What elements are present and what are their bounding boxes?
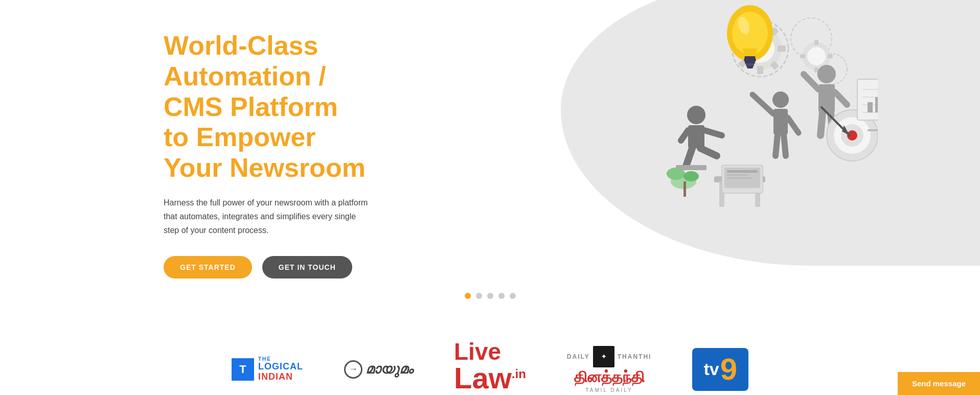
dot-2[interactable] bbox=[476, 293, 482, 299]
svg-rect-73 bbox=[727, 170, 758, 173]
svg-point-27 bbox=[732, 12, 768, 55]
send-message-button[interactable]: Send message bbox=[898, 372, 980, 395]
logical-indian-icon: T bbox=[232, 358, 254, 381]
svg-rect-57 bbox=[857, 79, 878, 120]
svg-rect-30 bbox=[747, 66, 753, 68]
manorama-text: മായുമം bbox=[366, 361, 413, 377]
svg-line-35 bbox=[835, 92, 847, 105]
logos-section: T THE LOGICAL INDIAN → മായുമം Live Law.i… bbox=[0, 309, 980, 395]
svg-rect-63 bbox=[875, 97, 878, 112]
hero-section: World-Class Automation / CMS Platform to… bbox=[0, 0, 980, 309]
svg-line-36 bbox=[821, 112, 823, 135]
logo-livelaw: Live Law.in ALL ABOUT LAW bbox=[454, 340, 526, 395]
svg-rect-15 bbox=[814, 40, 818, 45]
svg-line-43 bbox=[700, 148, 717, 156]
svg-point-45 bbox=[772, 91, 789, 108]
logical-indian-indian: INDIAN bbox=[258, 372, 303, 382]
svg-line-42 bbox=[686, 148, 692, 166]
svg-rect-17 bbox=[828, 54, 833, 58]
livelaw-law: Law.in bbox=[454, 363, 526, 393]
svg-point-77 bbox=[667, 168, 685, 180]
livelaw-live: Live bbox=[454, 340, 526, 363]
hero-illustration-svg bbox=[597, 5, 878, 225]
get-started-button[interactable]: GET STARTED bbox=[164, 256, 252, 278]
get-in-touch-button[interactable]: GET IN TOUCH bbox=[262, 256, 352, 278]
svg-rect-6 bbox=[757, 66, 763, 74]
logical-indian-text: THE LOGICAL INDIAN bbox=[258, 356, 303, 382]
dinamani-row: DAILY ✦ THANTHI bbox=[567, 346, 652, 367]
logical-indian-logical: LOGICAL bbox=[258, 362, 303, 372]
dinamani-icon-text: ✦ bbox=[601, 353, 606, 360]
tv9-tv-text: tv bbox=[703, 359, 719, 379]
dinamani-thanthi: THANTHI bbox=[618, 353, 652, 360]
svg-rect-7 bbox=[778, 45, 786, 52]
dinamani-icon-box: ✦ bbox=[593, 346, 614, 367]
logo-tv9: tv 9 bbox=[692, 348, 748, 391]
dinamani-daily: DAILY bbox=[567, 353, 590, 360]
svg-line-48 bbox=[788, 118, 799, 133]
logo-dinamani: DAILY ✦ THANTHI தினத்தந்தி TAMIL DAILY bbox=[567, 346, 652, 393]
tv9-nine-text: 9 bbox=[720, 354, 737, 385]
svg-line-50 bbox=[784, 134, 786, 156]
livelaw-container: Live Law.in ALL ABOUT LAW bbox=[454, 340, 526, 395]
manorama-arrow-icon: → bbox=[344, 360, 362, 379]
svg-line-49 bbox=[776, 134, 778, 156]
dinamani-name: தினத்தந்தி bbox=[574, 368, 645, 386]
tv9-container: tv 9 bbox=[692, 348, 748, 391]
hero-title: World-Class Automation / CMS Platform to… bbox=[164, 31, 368, 183]
svg-rect-79 bbox=[683, 181, 686, 197]
dot-3[interactable] bbox=[487, 293, 493, 299]
svg-point-38 bbox=[687, 106, 705, 124]
logo-manorama: → മായുമം bbox=[344, 360, 413, 379]
svg-line-34 bbox=[804, 74, 818, 89]
svg-line-41 bbox=[681, 130, 688, 141]
svg-line-47 bbox=[753, 95, 773, 114]
logo-logical-indian: T THE LOGICAL INDIAN bbox=[232, 356, 303, 382]
dot-1[interactable] bbox=[465, 293, 471, 299]
svg-point-14 bbox=[807, 47, 826, 65]
dot-5[interactable] bbox=[510, 293, 516, 299]
dinamani-container: DAILY ✦ THANTHI தினத்தந்தி TAMIL DAILY bbox=[567, 346, 652, 393]
svg-point-78 bbox=[683, 171, 699, 181]
hero-illustration bbox=[597, 5, 878, 225]
svg-rect-18 bbox=[800, 54, 805, 58]
hero-buttons: GET STARTED GET IN TOUCH bbox=[164, 256, 368, 278]
dinamani-tagline: TAMIL DAILY bbox=[585, 387, 632, 393]
svg-rect-62 bbox=[868, 102, 873, 112]
svg-line-40 bbox=[704, 130, 722, 135]
dot-4[interactable] bbox=[498, 293, 505, 299]
svg-rect-75 bbox=[727, 177, 753, 179]
carousel-dots bbox=[465, 293, 516, 299]
hero-description: Harness the full power of your newsroom … bbox=[164, 196, 368, 238]
svg-rect-74 bbox=[727, 174, 747, 176]
svg-point-32 bbox=[817, 65, 836, 83]
hero-content: World-Class Automation / CMS Platform to… bbox=[0, 0, 368, 309]
